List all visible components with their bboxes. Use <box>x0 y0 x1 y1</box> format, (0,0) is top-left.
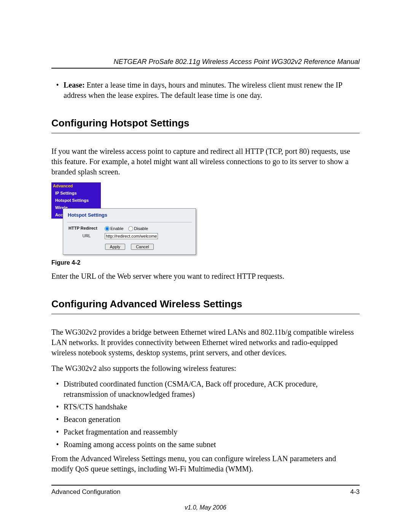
hotspot-intro: If you want the wireless access point to… <box>51 146 360 177</box>
lease-body: Enter a lease time in days, hours and mi… <box>64 81 342 99</box>
disable-radio-label: Disable <box>134 226 148 231</box>
lease-lead: Lease: <box>64 81 85 89</box>
footer-page-number: 4-3 <box>350 488 360 497</box>
url-label: URL <box>67 233 105 239</box>
cancel-button[interactable]: Cancel <box>131 244 154 250</box>
adv-wireless-p2: The WG302v2 also supports the following … <box>51 363 360 374</box>
footer-section: Advanced Configuration <box>51 488 120 497</box>
feature-item: • Beacon generation <box>51 414 360 425</box>
feature-text: Beacon generation <box>64 414 360 425</box>
nav-item-ip-settings[interactable]: IP Settings <box>51 190 101 197</box>
figure-4-2: Advanced IP Settings Hotspot Settings Wi… <box>51 182 196 254</box>
bullet-dot: • <box>51 80 64 101</box>
feature-item: • Roaming among access points on the sam… <box>51 439 360 450</box>
feature-text: Distributed coordinated function (CSMA/C… <box>64 379 360 399</box>
adv-wireless-p1: The WG302v2 provides a bridge between Et… <box>51 327 360 358</box>
lease-text: Lease: Enter a lease time in days, hours… <box>64 80 360 101</box>
nav-item-hotspot-settings[interactable]: Hotspot Settings <box>51 197 101 204</box>
feature-text: Roaming among access points on the same … <box>64 439 360 450</box>
lease-bullet: • Lease: Enter a lease time in days, hou… <box>51 80 360 101</box>
footer-rule <box>51 485 360 486</box>
disable-radio[interactable] <box>128 226 133 231</box>
heading-advanced-wireless: Configuring Advanced Wireless Settings <box>51 297 360 311</box>
enable-radio-label: Enable <box>110 226 123 231</box>
footer-version: v1.0, May 2006 <box>51 503 360 512</box>
heading-hotspot-settings: Configuring Hotspot Settings <box>51 117 360 130</box>
feature-text: Packet fragmentation and reassembly <box>64 427 360 437</box>
header-rule <box>51 68 360 69</box>
hotspot-settings-panel: Hotspot Settings HTTP Redirect Enable Di… <box>63 208 196 255</box>
heading-rule-2 <box>51 314 360 314</box>
bullet-dot: • <box>51 427 64 437</box>
http-redirect-label: HTTP Redirect <box>67 225 105 231</box>
after-figure-text: Enter the URL of the Web server where yo… <box>51 271 360 281</box>
panel-title: Hotspot Settings <box>67 211 192 223</box>
feature-item: • Distributed coordinated function (CSMA… <box>51 379 360 399</box>
bullet-dot: • <box>51 379 64 399</box>
nav-header-advanced[interactable]: Advanced <box>51 182 101 190</box>
running-header: NETGEAR ProSafe 802.11g Wireless Access … <box>51 57 360 66</box>
http-redirect-controls: Enable Disable <box>105 225 192 232</box>
feature-item: • Packet fragmentation and reassembly <box>51 427 360 437</box>
feature-item: • RTS/CTS handshake <box>51 402 360 412</box>
adv-wireless-p3: From the Advanced Wireless Settings menu… <box>51 454 360 474</box>
bullet-dot: • <box>51 414 64 425</box>
feature-list: • Distributed coordinated function (CSMA… <box>51 379 360 450</box>
heading-rule <box>51 133 360 133</box>
figure-caption: Figure 4-2 <box>51 259 360 267</box>
enable-radio[interactable] <box>105 226 110 231</box>
apply-button[interactable]: Apply <box>105 244 126 250</box>
feature-text: RTS/CTS handshake <box>64 402 360 412</box>
bullet-dot: • <box>51 439 64 450</box>
bullet-dot: • <box>51 402 64 412</box>
url-input[interactable] <box>105 233 158 239</box>
